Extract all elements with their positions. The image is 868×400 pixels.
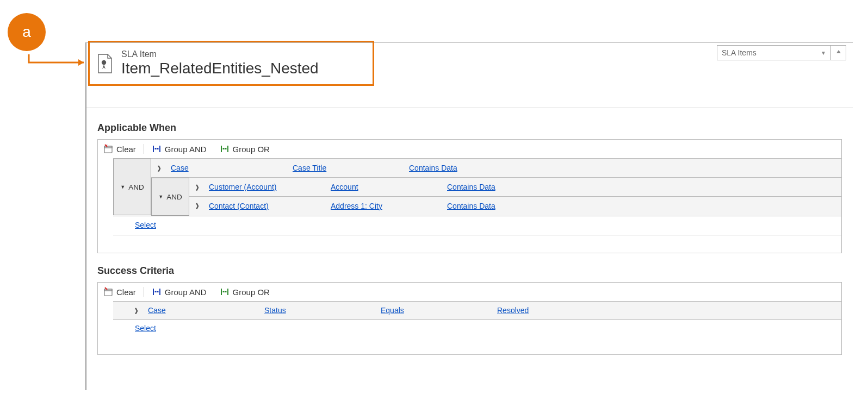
svg-rect-5 <box>222 148 224 149</box>
record-header: SLA Item Item_RelatedEntities_Nested SLA… <box>86 43 853 108</box>
chevron-down-icon: ▼ <box>821 50 826 56</box>
attribute-link[interactable]: Address 1: City <box>331 202 439 210</box>
related-nav: SLA Items ▼ <box>717 45 846 60</box>
group-or-icon <box>220 287 230 297</box>
clear-icon <box>103 287 113 297</box>
callout-arrow <box>26 54 89 71</box>
select-link[interactable]: Select <box>135 324 156 333</box>
attribute-link[interactable]: Case Title <box>293 164 401 172</box>
caret-down-icon: ▼ <box>158 194 163 199</box>
record-name: Item_RelatedEntities_Nested <box>121 60 319 77</box>
group-or-button[interactable]: Group OR <box>218 143 272 155</box>
title-highlight-box: SLA Item Item_RelatedEntities_Nested <box>88 41 374 86</box>
entity-link[interactable]: Customer (Account) <box>209 183 323 191</box>
attribute-link[interactable]: Account <box>331 183 439 191</box>
group-or-button[interactable]: Group OR <box>218 286 272 298</box>
group-and-button[interactable]: Group AND <box>150 143 209 155</box>
svg-rect-8 <box>104 289 112 291</box>
clear-label: Clear <box>116 145 136 154</box>
attribute-link[interactable]: Status <box>264 306 373 315</box>
svg-rect-4 <box>157 148 158 149</box>
caret-down-icon: ▼ <box>120 184 125 190</box>
group-and-label: Group AND <box>165 145 207 154</box>
group-and-icon <box>152 144 162 154</box>
related-select[interactable]: SLA Items ▼ <box>717 45 831 60</box>
svg-rect-10 <box>157 291 158 292</box>
entity-link[interactable]: Case <box>148 306 257 315</box>
operator-link[interactable]: Contains Data <box>447 183 545 191</box>
root-condition-line: ❱ Case Case Title Contains Data <box>151 159 841 177</box>
applicable-when-box: Clear Group AND <box>97 139 842 253</box>
toolbar-separator <box>144 287 144 297</box>
row-chevron-icon[interactable]: ❱ <box>154 165 163 172</box>
success-criteria-box: Clear Group AND <box>97 282 842 355</box>
callout-letter: a <box>22 23 31 41</box>
clear-button[interactable]: Clear <box>101 143 138 155</box>
section-title-success: Success Criteria <box>97 265 842 277</box>
entity-link[interactable]: Case <box>171 164 285 172</box>
nested-and-group[interactable]: ▼ AND <box>151 178 189 216</box>
applicable-toolbar: Clear Group AND <box>98 140 841 158</box>
group-and-button[interactable]: Group AND <box>150 286 209 298</box>
clear-button[interactable]: Clear <box>101 286 138 298</box>
operator-link[interactable]: Contains Data <box>409 164 507 172</box>
svg-rect-3 <box>154 148 156 149</box>
svg-rect-12 <box>225 291 226 292</box>
svg-point-0 <box>102 60 106 64</box>
arrow-up-icon <box>835 48 842 57</box>
value-link[interactable]: Resolved <box>497 306 529 315</box>
operator-link[interactable]: Contains Data <box>447 202 545 210</box>
condition-root-row: ▼ AND ❱ Case Case Title Contains Data <box>113 158 841 216</box>
svg-rect-9 <box>154 291 156 292</box>
nested-condition-line: ❱ Contact (Contact) Address 1: City Cont… <box>189 196 841 215</box>
group-or-icon <box>220 144 230 154</box>
entity-link[interactable]: Contact (Contact) <box>209 202 323 210</box>
row-chevron-icon[interactable]: ❱ <box>193 184 201 191</box>
svg-rect-11 <box>222 291 224 292</box>
nested-condition-line: ❱ Customer (Account) Account Contains Da… <box>189 178 841 196</box>
nested-group-label: AND <box>166 193 182 201</box>
nav-up-button[interactable] <box>831 45 846 60</box>
operator-link[interactable]: Equals <box>381 306 489 315</box>
success-condition-line: ❱ Case Status Equals Resolved <box>113 301 841 320</box>
svg-rect-2 <box>104 146 112 148</box>
root-and-group[interactable]: ▼ AND <box>113 159 151 215</box>
record-panel: SLA Item Item_RelatedEntities_Nested SLA… <box>85 42 853 390</box>
success-toolbar: Clear Group AND <box>98 283 841 301</box>
entity-icon <box>95 53 115 74</box>
root-group-label: AND <box>128 183 144 191</box>
row-chevron-icon[interactable]: ❱ <box>132 307 140 314</box>
entity-type-label: SLA Item <box>121 49 319 59</box>
clear-label: Clear <box>116 288 136 297</box>
group-or-label: Group OR <box>233 288 270 297</box>
toolbar-separator <box>144 144 144 154</box>
callout-badge: a <box>8 13 46 51</box>
group-and-label: Group AND <box>165 288 207 297</box>
related-select-value: SLA Items <box>722 48 757 57</box>
section-title-applicable: Applicable When <box>97 122 842 134</box>
clear-icon <box>103 144 113 154</box>
group-or-label: Group OR <box>233 145 270 154</box>
svg-rect-6 <box>225 148 226 149</box>
row-chevron-icon[interactable]: ❱ <box>193 202 201 209</box>
group-and-icon <box>152 287 162 297</box>
select-link[interactable]: Select <box>135 221 156 229</box>
